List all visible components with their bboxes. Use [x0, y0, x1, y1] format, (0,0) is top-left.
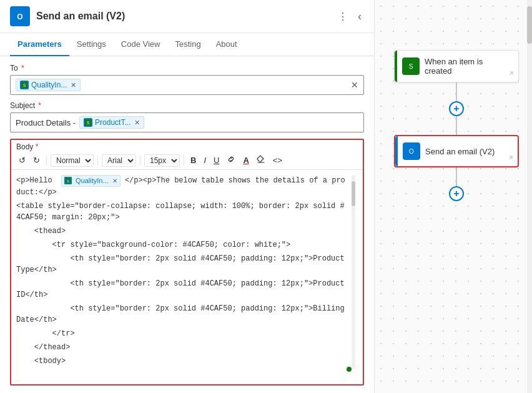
style-select[interactable]: Normal: [51, 154, 94, 167]
add-step-button-2[interactable]: +: [449, 186, 464, 201]
link-icon: [227, 155, 235, 166]
subject-token-text: ProductT...: [95, 118, 131, 127]
svg-text:S: S: [23, 83, 26, 87]
panel-title: Send an email (V2): [36, 11, 329, 22]
action-node-label: Send an email (V2): [425, 147, 510, 156]
svg-text:O: O: [409, 148, 414, 155]
subject-token: S ProductT... ✕: [79, 116, 144, 129]
font-select[interactable]: Arial: [102, 154, 136, 167]
flow-node-action[interactable]: O Send an email (V2): [394, 135, 519, 167]
highlight-icon: [257, 155, 265, 166]
to-input[interactable]: S QualityIn... ✕ ✕: [10, 75, 364, 95]
highlight-button[interactable]: [254, 154, 268, 167]
add-step-icon: +: [453, 103, 459, 114]
italic-icon: I: [204, 156, 206, 165]
green-status-dot: [347, 367, 352, 372]
back-button[interactable]: ‹: [355, 7, 364, 26]
bold-button[interactable]: B: [188, 154, 199, 166]
subject-token-icon: S: [84, 118, 92, 127]
font-color-button[interactable]: A: [240, 154, 251, 166]
subject-field: Subject * Product Details - S ProductT..…: [10, 101, 364, 132]
separator-3: [140, 156, 140, 166]
to-clear-button[interactable]: ✕: [351, 80, 358, 90]
flow-node-trigger[interactable]: S When an item is created: [394, 50, 519, 82]
svg-text:O: O: [17, 12, 22, 21]
svg-text:S: S: [67, 179, 69, 183]
editor-toolbar: ↺ ↻ Normal Arial 15px B: [11, 151, 363, 170]
tabs-container: Parameters Settings Code View Testing Ab…: [0, 33, 374, 56]
to-token-icon: S: [20, 81, 29, 89]
flow-line-3: [456, 167, 457, 186]
italic-button[interactable]: I: [201, 154, 209, 166]
to-token: S QualityIn... ✕: [16, 79, 81, 91]
to-token-close[interactable]: ✕: [71, 81, 76, 89]
undo-icon: ↺: [19, 156, 26, 165]
editor-text-content: <p>Hello S QualityIn... ✕ </p><p>The bel…: [16, 175, 347, 369]
node-left-bar-action: [395, 136, 398, 166]
subject-token-close[interactable]: ✕: [134, 119, 140, 127]
undo-button[interactable]: ↺: [16, 154, 28, 166]
right-panel-scrollbar[interactable]: [527, 0, 532, 393]
add-step-icon-2: +: [453, 188, 459, 199]
scrollbar-thumb: [527, 6, 532, 44]
trigger-node-icon: S: [402, 57, 420, 75]
more-options-button[interactable]: ⋮: [335, 8, 350, 25]
svg-text:S: S: [409, 63, 413, 70]
trigger-node-label: When an item is created: [425, 57, 511, 76]
more-options-icon: ⋮: [338, 11, 348, 22]
action-link-icon: [506, 153, 515, 164]
bold-icon: B: [190, 156, 196, 165]
redo-button[interactable]: ↻: [31, 154, 42, 166]
to-label: To *: [10, 64, 364, 72]
flow-line-2: [456, 116, 457, 135]
tab-parameters[interactable]: Parameters: [10, 33, 69, 56]
font-color-icon: A: [243, 156, 249, 165]
to-field: To * S QualityIn... ✕ ✕: [10, 64, 364, 95]
tab-settings[interactable]: Settings: [69, 33, 114, 56]
underline-button[interactable]: U: [211, 154, 222, 166]
trigger-link-icon: [507, 69, 516, 79]
separator-4: [184, 156, 184, 166]
action-node-actions: [506, 153, 515, 164]
right-panel: S When an item is created +: [375, 0, 532, 393]
body-label: Body *: [11, 140, 363, 151]
separator-1: [46, 156, 47, 166]
connector-2: +: [449, 167, 464, 201]
editor-body[interactable]: <p>Hello S QualityIn... ✕ </p><p>The bel…: [11, 170, 363, 384]
trigger-node-actions: [507, 69, 516, 79]
form-content: To * S QualityIn... ✕ ✕ S: [0, 56, 374, 393]
tab-testing[interactable]: Testing: [167, 33, 208, 56]
app-icon: O: [10, 6, 30, 26]
separator-2: [97, 156, 98, 166]
connector-1: +: [449, 82, 464, 135]
left-panel: O Send an email (V2) ⋮ ‹ Parameters Sett…: [0, 0, 375, 393]
action-node-icon: O: [403, 142, 420, 160]
node-left-bar-trigger: [395, 51, 397, 82]
body-editor: Body * ↺ ↻ Normal Arial: [10, 139, 364, 386]
code-icon: <>: [273, 156, 282, 165]
svg-text:S: S: [87, 121, 90, 125]
redo-icon: ↻: [33, 156, 40, 165]
subject-prefix: Product Details -: [16, 118, 76, 127]
header-actions: ⋮ ‹: [335, 7, 364, 26]
link-button[interactable]: [224, 154, 238, 167]
flow-line-1: [456, 82, 457, 101]
flow-container: S When an item is created +: [375, 0, 532, 214]
tab-about[interactable]: About: [209, 33, 245, 56]
tab-codeview[interactable]: Code View: [114, 33, 168, 56]
back-icon: ‹: [358, 10, 362, 23]
to-token-text: QualityIn...: [31, 81, 67, 89]
code-button[interactable]: <>: [270, 154, 285, 166]
size-select[interactable]: 15px: [144, 154, 180, 167]
add-step-button-1[interactable]: +: [449, 101, 464, 116]
subject-input[interactable]: Product Details - S ProductT... ✕: [10, 112, 364, 132]
underline-icon: U: [214, 156, 219, 165]
subject-label: Subject *: [10, 101, 364, 110]
panel-header: O Send an email (V2) ⋮ ‹: [0, 0, 374, 33]
